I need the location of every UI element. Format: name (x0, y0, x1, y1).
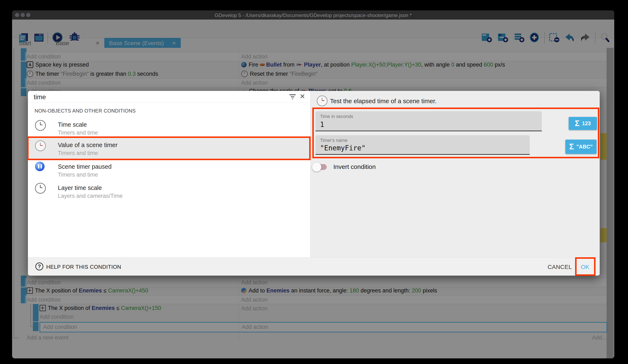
clock-icon (35, 120, 46, 131)
dialog-footer: HELP FOR THIS CONDITION CANCEL OK (28, 257, 600, 276)
timer-name-field[interactable]: Timer's name "EnemyFire" (315, 135, 530, 155)
condition-detail-panel: Test the elapsed time of a scene timer. … (311, 91, 600, 257)
list-item-scene-timer-paused[interactable]: Scene timer paused Timers and time (28, 160, 310, 180)
list-item-value-of-scene-timer[interactable]: Value of a scene timer Timers and time (28, 138, 310, 160)
string-expression-editor-button[interactable]: Σ "ABC" (565, 140, 597, 154)
pause-timer-icon (35, 162, 45, 171)
time-in-seconds-field[interactable]: Time in seconds 1 (315, 111, 542, 131)
close-dialog-icon[interactable]: × (300, 91, 305, 101)
section-header: NON-OBJECTS AND OTHER CONDITIONS (35, 108, 136, 114)
expression-editor-button[interactable]: Σ 123 (569, 117, 597, 130)
invert-condition-toggle-knob[interactable] (312, 162, 321, 172)
sigma-icon: Σ (569, 142, 574, 151)
list-item-time-scale[interactable]: Time scale Timers and time (28, 118, 310, 139)
alarm-clock-icon (35, 140, 46, 151)
list-item-layer-time-scale[interactable]: Layer time scale Layers and cameras/Time (28, 180, 310, 201)
filter-icon[interactable] (289, 94, 296, 99)
invert-condition-label: Invert condition (333, 163, 376, 170)
condition-description: Test the elapsed time of a scene timer. (330, 98, 437, 105)
divider (28, 103, 310, 103)
search-input[interactable] (33, 93, 242, 102)
cancel-button[interactable]: CANCEL (548, 264, 572, 270)
alarm-clock-icon (317, 95, 327, 106)
clock-icon (35, 183, 46, 194)
ok-button[interactable]: OK (580, 264, 590, 270)
choose-condition-dialog: × NON-OBJECTS AND OTHER CONDITIONS Time … (28, 91, 600, 276)
help-icon[interactable] (35, 262, 43, 270)
sigma-icon: Σ (575, 119, 580, 128)
condition-list-panel: × NON-OBJECTS AND OTHER CONDITIONS Time … (28, 91, 310, 257)
help-link[interactable]: HELP FOR THIS CONDITION (46, 264, 121, 270)
